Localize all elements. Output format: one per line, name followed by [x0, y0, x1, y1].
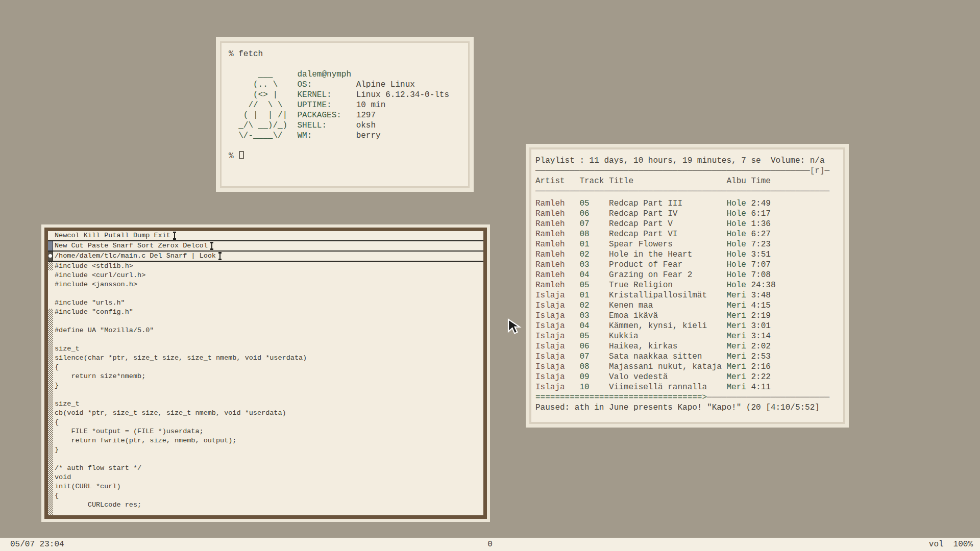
fetch-info-line: ___ dalem@nymph [229, 69, 468, 80]
playlist-track-list[interactable]: Ramleh 05 Redcap Part III Hole 2:49Ramle… [535, 198, 843, 392]
playlist-track-row[interactable]: Islaja 02 Kenen maa Meri 4:15 [535, 300, 843, 311]
playlist-track-row[interactable]: Ramleh 03 Product of Fear Hole 7:07 [535, 260, 843, 270]
playlist-track-row[interactable]: Islaja 03 Emoa ikävä Meri 2:19 [535, 311, 843, 321]
column-tag-text[interactable]: New Cut Paste Snarf Sort Zerox Delcol [55, 241, 208, 251]
fetch-info-line: (.. \ OS: Alpine Linux [229, 80, 468, 90]
volume-indicator: vol100% [929, 538, 973, 551]
fetch-info-line: (<> | KERNEL: Linux 6.12.34-0-lts [229, 90, 468, 100]
repeat-rule-line: ────────────────────────────────────────… [535, 166, 843, 176]
workspace-indicator: 0 [0, 538, 980, 551]
music-player-window[interactable]: Playlist : 11 days, 10 hours, 19 minutes… [526, 144, 849, 428]
volume-value: 100% [953, 540, 973, 549]
playlist-track-row[interactable]: Islaja 07 Sata naakkaa sitten Meri 2:53 [535, 352, 843, 362]
text-cursor-tick [219, 253, 220, 259]
status-bar: 05/07 23:04 0 vol100% [0, 538, 980, 551]
playlist-track-row[interactable]: Ramleh 07 Redcap Part V Hole 1:36 [535, 219, 843, 229]
scrollbar-thumb[interactable] [48, 270, 53, 309]
header-rule-line: ────────────────────────────────────────… [535, 186, 843, 196]
text-cursor-tick [174, 233, 175, 239]
blank-line [229, 59, 468, 69]
main-tag-spacer [48, 231, 53, 240]
player-status-line: Paused: ath in June presents Kapo! "Kapo… [535, 403, 843, 413]
volume-label: vol [929, 540, 944, 549]
playlist-track-row[interactable]: Islaja 01 Kristallipallosilmät Meri 3:48 [535, 290, 843, 300]
playlist-track-row[interactable]: Ramleh 05 True Religion Hole 24:38 [535, 280, 843, 290]
playlist-track-row[interactable]: Islaja 09 Valo vedestä Meri 2:22 [535, 372, 843, 382]
acme-editor-window[interactable]: Newcol Kill Putall Dump Exit New Cut Pas… [41, 224, 490, 522]
playlist-track-row[interactable]: Ramleh 05 Redcap Part III Hole 2:49 [535, 198, 843, 209]
fetch-output: ___ dalem@nymph (.. \ OS: Alpine Linux (… [229, 69, 468, 141]
playlist-track-row[interactable]: Ramleh 04 Grazing on Fear 2 Hole 7:08 [535, 270, 843, 280]
playlist-track-row[interactable]: Islaja 10 Viimeisellä rannalla Meri 4:11 [535, 382, 843, 392]
playlist-track-row[interactable]: Ramleh 01 Spear Flowers Hole 7:23 [535, 239, 843, 249]
playlist-track-row[interactable]: Ramleh 02 Hole in the Heart Hole 3:51 [535, 249, 843, 260]
shell-input-line[interactable]: % [229, 151, 468, 161]
playlist-track-row[interactable]: Islaja 08 Majassani nukut, kataja Meri 2… [535, 362, 843, 372]
fetch-info-line: ( | | /| PACKAGES: 1297 [229, 110, 468, 120]
window-tag-text[interactable]: /home/dalem/tlc/main.c Del Snarf | Look [55, 252, 216, 261]
playlist-track-row[interactable]: Ramleh 06 Redcap Part IV Hole 6:17 [535, 209, 843, 219]
playlist-track-row[interactable]: Ramleh 08 Redcap Part VI Hole 6:27 [535, 229, 843, 239]
fetch-info-line: \/-____\/ WM: berry [229, 131, 468, 141]
code-editor[interactable]: #include <stdlib.h> #include <curl/curl.… [53, 262, 483, 515]
terminal-cursor [239, 151, 244, 159]
progress-remainder: ───────────────────────── [707, 393, 829, 402]
playlist-track-row[interactable]: Islaja 05 Kukkia Meri 3:14 [535, 331, 843, 341]
acme-main-tag[interactable]: Newcol Kill Putall Dump Exit [48, 231, 483, 240]
playlist-track-row[interactable]: Islaja 04 Kämmen, kynsi, kieli Meri 3:01 [535, 321, 843, 331]
fetch-info-line: // \ \ UPTIME: 10 min [229, 100, 468, 110]
playlist-summary-line: Playlist : 11 days, 10 hours, 19 minutes… [535, 156, 843, 166]
fetch-info-line: _/\ __)/_) SHELL: oksh [229, 120, 468, 131]
main-tag-text[interactable]: Newcol Kill Putall Dump Exit [55, 231, 170, 240]
scrollbar[interactable] [48, 262, 53, 515]
shell-prompt-line: % fetch [229, 49, 468, 59]
progress-line: ==================================>─────… [535, 392, 843, 403]
blank-line [229, 141, 468, 151]
window-layout-box[interactable] [48, 252, 53, 261]
clean-file-dot-icon [48, 254, 52, 258]
fetch-terminal-window[interactable]: % fetch ___ dalem@nymph (.. \ OS: Alpine… [216, 37, 474, 192]
mouse-pointer-icon [507, 318, 523, 336]
fetch-terminal[interactable]: % fetch ___ dalem@nymph (.. \ OS: Alpine… [220, 41, 470, 188]
playlist-track-row[interactable]: Islaja 06 Haikea, kirkas Meri 2:02 [535, 341, 843, 352]
acme-window-tag[interactable]: /home/dalem/tlc/main.c Del Snarf | Look [48, 252, 483, 261]
text-cursor-tick [211, 243, 212, 249]
progress-bar: ==================================> [535, 393, 707, 402]
shell-prompt: % [229, 152, 234, 161]
column-layout-box[interactable] [48, 241, 53, 251]
acme-column-tag[interactable]: New Cut Paste Snarf Sort Zerox Delcol [48, 241, 483, 251]
playlist-column-header: Artist Track Title Albu Time [535, 176, 843, 186]
